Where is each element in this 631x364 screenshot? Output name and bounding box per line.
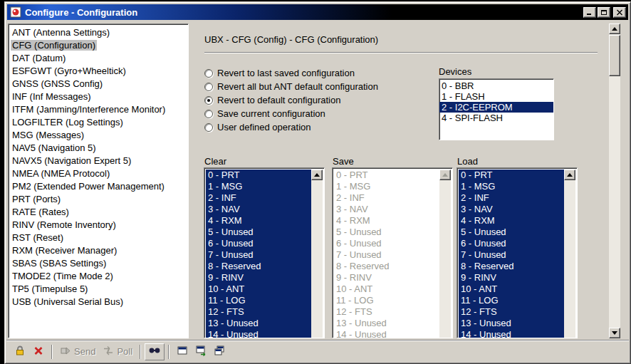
sidebar-item-label: DAT (Datum) xyxy=(11,53,67,63)
list-item[interactable]: 3 - NAV xyxy=(206,204,311,215)
sidebar-item[interactable]: LOGFILTER (Log Settings) xyxy=(9,116,187,129)
list-item[interactable]: 14 - Unused xyxy=(459,329,564,338)
list-item[interactable]: 13 - Unused xyxy=(206,318,311,329)
radio-option[interactable]: Save current configuration xyxy=(204,107,378,120)
device-item[interactable]: 1 - FLASH xyxy=(439,91,553,102)
list-item: 7 - Unused xyxy=(334,249,439,261)
caption-buttons xyxy=(582,7,626,18)
lock-button[interactable] xyxy=(11,343,29,360)
poll-label: Poll xyxy=(117,346,132,357)
radio-button[interactable] xyxy=(204,96,213,105)
list-item[interactable]: 9 - RINV xyxy=(206,272,311,284)
device-item[interactable]: 0 - BBR xyxy=(439,80,553,91)
binoculars-icon xyxy=(148,345,161,358)
configure-configuration-window: Configure - Configuration ANT (Antenna S… xyxy=(4,1,631,364)
sidebar-item[interactable]: NAV5 (Navigation 5) xyxy=(9,142,187,155)
list-item[interactable]: 8 - Reserved xyxy=(459,261,564,272)
table-view-button[interactable] xyxy=(173,343,192,360)
sidebar-item[interactable]: ANT (Antenna Settings) xyxy=(9,26,187,39)
sidebar-item[interactable]: RATE (Rates) xyxy=(9,206,187,219)
sidebar-item[interactable]: RXM (Receiver Manager) xyxy=(9,244,187,257)
sidebar-item[interactable]: PRT (Ports) xyxy=(9,193,187,206)
sidebar-item[interactable]: PM2 (Extended Power Management) xyxy=(9,180,187,193)
sidebar-item[interactable]: GNSS (GNSS Config) xyxy=(9,78,187,90)
sidebar-item-label: RATE (Rates) xyxy=(11,207,71,217)
sidebar-item[interactable]: TMODE2 (Time Mode 2) xyxy=(9,270,187,283)
radio-button[interactable] xyxy=(204,69,213,78)
radio-button[interactable] xyxy=(204,123,213,132)
list-item[interactable]: 14 - Unused xyxy=(206,329,311,338)
list-item[interactable]: 0 - PRT xyxy=(206,170,311,181)
scroll-up-button[interactable] xyxy=(564,170,575,180)
scrollbar-thumb[interactable] xyxy=(609,35,620,76)
radio-option[interactable]: Revert to last saved configuration xyxy=(204,66,378,80)
listbox-clear[interactable]: 0 - PRT1 - MSG2 - INF3 - NAV4 - RXM5 - U… xyxy=(204,167,325,338)
sidebar-item[interactable]: NAVX5 (Navigation Expert 5) xyxy=(9,155,187,167)
sidebar-item[interactable]: CFG (Configuration) xyxy=(9,39,187,52)
devices-list[interactable]: 0 - BBR1 - FLASH2 - I2C-EEPROM4 - SPI-FL… xyxy=(439,78,554,140)
list-item[interactable]: 9 - RINV xyxy=(459,272,564,284)
list-item[interactable]: 8 - Reserved xyxy=(206,261,311,272)
sidebar-item[interactable]: MSG (Messages) xyxy=(9,129,187,142)
minimize-button[interactable] xyxy=(583,7,596,18)
list-item[interactable]: 2 - INF xyxy=(206,192,311,204)
list-item[interactable]: 6 - Unused xyxy=(206,238,311,249)
sidebar-item[interactable]: RST (Reset) xyxy=(9,232,187,244)
titlebar[interactable]: Configure - Configuration xyxy=(7,4,628,20)
list-item[interactable]: 2 - INF xyxy=(459,192,564,204)
list-item[interactable]: 7 - Unused xyxy=(206,249,311,261)
list-item[interactable]: 1 - MSG xyxy=(206,181,311,192)
list-item[interactable]: 6 - Unused xyxy=(459,238,564,249)
scroll-down-button[interactable] xyxy=(609,328,620,338)
poll-current-button[interactable] xyxy=(145,343,165,360)
list-item[interactable]: 1 - MSG xyxy=(459,181,564,192)
close-button[interactable] xyxy=(613,7,626,18)
panel-scrollbar[interactable] xyxy=(609,24,620,338)
scroll-up-button[interactable] xyxy=(609,24,620,34)
list-item[interactable]: 0 - PRT xyxy=(459,170,564,181)
radio-option[interactable]: Revert all but ANT default configuration xyxy=(204,80,378,93)
list-item[interactable]: 3 - NAV xyxy=(459,204,564,215)
list-item[interactable]: 12 - FTS xyxy=(459,306,564,318)
list-item[interactable]: 5 - Unused xyxy=(206,227,311,238)
list-item[interactable]: 7 - Unused xyxy=(459,249,564,261)
sidebar-item[interactable]: SBAS (SBAS Settings) xyxy=(9,257,187,270)
sidebar-item-label: SBAS (SBAS Settings) xyxy=(11,258,108,269)
listbox-load[interactable]: 0 - PRT1 - MSG2 - INF3 - NAV4 - RXM5 - U… xyxy=(457,167,578,338)
device-item[interactable]: 4 - SPI-FLASH xyxy=(439,113,553,123)
sidebar-list[interactable]: ANT (Antenna Settings)CFG (Configuration… xyxy=(8,24,189,338)
device-item[interactable]: 2 - I2C-EEPROM xyxy=(439,102,553,113)
sidebar-item[interactable]: TP5 (Timepulse 5) xyxy=(9,283,187,296)
sidebar-item[interactable]: NMEA (NMEA Protocol) xyxy=(9,167,187,180)
scroll-up-button[interactable] xyxy=(311,170,323,180)
listbox-save[interactable]: 0 - PRT1 - MSG2 - INF3 - NAV4 - RXM5 - U… xyxy=(332,167,453,338)
maximize-button[interactable] xyxy=(598,7,610,18)
list-item[interactable]: 4 - RXM xyxy=(459,215,564,227)
sidebar-item[interactable]: DAT (Datum) xyxy=(9,52,187,65)
stacked-windows-button[interactable] xyxy=(210,343,229,360)
list-item[interactable]: 12 - FTS xyxy=(206,306,311,318)
list-item[interactable]: 13 - Unused xyxy=(459,318,564,329)
list-item[interactable]: 5 - Unused xyxy=(459,227,564,238)
list-item[interactable]: 11 - LOG xyxy=(206,295,311,306)
load-scrollbar[interactable] xyxy=(564,170,575,338)
list-item[interactable]: 4 - RXM xyxy=(206,215,311,227)
sidebar-item[interactable]: INF (Inf Messages) xyxy=(9,90,187,103)
list-item[interactable]: 10 - ANT xyxy=(206,284,311,295)
sidebar-item[interactable]: RINV (Remote Inventory) xyxy=(9,219,187,232)
message-view-button[interactable] xyxy=(192,343,210,360)
list-item[interactable]: 11 - LOG xyxy=(459,295,564,306)
delete-button[interactable] xyxy=(29,343,48,360)
radio-button[interactable] xyxy=(204,83,213,91)
sidebar-item[interactable]: USB (Universal Serial Bus) xyxy=(9,296,187,308)
radio-option[interactable]: User defined operation xyxy=(204,120,378,134)
heading-divider xyxy=(204,52,598,53)
clear-scrollbar[interactable] xyxy=(311,170,323,338)
sidebar-item[interactable]: ITFM (Jamming/Interference Monitor) xyxy=(9,103,187,116)
radio-button[interactable] xyxy=(204,110,213,118)
radio-option[interactable]: Revert to default configuration xyxy=(204,93,378,107)
sidebar-item[interactable]: ESFGWT (Gyro+Wheeltick) xyxy=(9,65,187,78)
sidebar-item-label: NAVX5 (Navigation Expert 5) xyxy=(11,155,132,166)
send-label: Send xyxy=(74,346,95,357)
list-item[interactable]: 10 - ANT xyxy=(459,284,564,295)
